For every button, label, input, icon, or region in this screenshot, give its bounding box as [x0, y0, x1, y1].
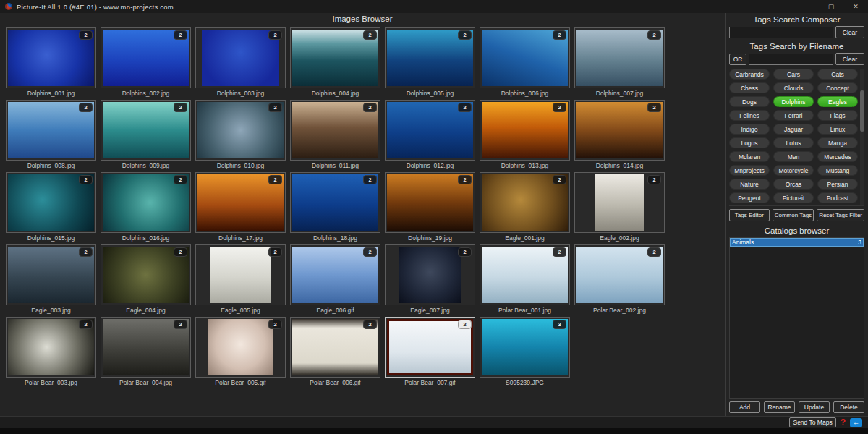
image-tile[interactable]: 2Polar Bear_001.jpg: [480, 244, 570, 314]
delete-catalog-button[interactable]: Delete: [833, 401, 864, 413]
count-badge: 3: [553, 320, 566, 329]
count-badge: 2: [553, 247, 566, 257]
image-tile[interactable]: 2Dolphins_004.jpg: [290, 27, 380, 97]
image-tile[interactable]: 2Polar Bear_006.gif: [290, 317, 380, 386]
image-filename: Eagle_006.gif: [290, 307, 380, 314]
maximize-button[interactable]: ▢: [819, 0, 843, 13]
tag-pill[interactable]: Mustang: [817, 165, 858, 176]
image-tile[interactable]: 2Dolphins_17.jpg: [195, 172, 286, 242]
image-tile[interactable]: 2Dolphins_015.jpg: [6, 172, 96, 242]
image-tile[interactable]: 2Dolphins_014.jpg: [574, 100, 665, 169]
tag-pill[interactable]: Ferrari: [773, 110, 814, 121]
image-tile[interactable]: 2Polar Bear_005.gif: [195, 317, 286, 386]
count-badge: 2: [363, 175, 377, 184]
image-tile[interactable]: 2Dolphins_013.jpg: [480, 100, 570, 169]
image-tile[interactable]: 2Dolphins_011.jpg: [290, 100, 380, 169]
image-tile[interactable]: 2Polar Bear_004.jpg: [101, 317, 191, 386]
thumbnail-frame: 2: [290, 27, 380, 88]
image-tile[interactable]: 2Dolphins_005.jpg: [385, 27, 475, 97]
image-tile[interactable]: 2Dolphins_010.jpg: [195, 100, 286, 169]
image-tile[interactable]: 2Dolphins_012.jpg: [385, 100, 475, 169]
images-browser-panel: Images Browser 2Dolphins_001.jpg2Dolphin…: [0, 13, 725, 416]
close-button[interactable]: ✕: [843, 0, 868, 13]
image-tile[interactable]: 2Polar Bear_003.jpg: [6, 317, 96, 386]
image-tile[interactable]: 2Dolphins_008.jpg: [6, 100, 96, 169]
tag-pill[interactable]: Linux: [817, 124, 858, 135]
image-tile[interactable]: 2Polar Bear_007.gif: [385, 317, 475, 386]
tag-pill[interactable]: Mnprojects: [729, 165, 770, 176]
tag-pill[interactable]: Dogs: [729, 96, 770, 107]
reset-tags-filter-button[interactable]: Reset Tags Filter: [817, 209, 864, 221]
tag-pill[interactable]: Carbrands: [729, 69, 770, 80]
tag-pill[interactable]: Orcas: [773, 179, 814, 190]
thumbnail-frame: 2: [574, 244, 665, 305]
image-tile[interactable]: 2Dolphins_19.jpg: [385, 172, 475, 242]
help-icon[interactable]: ?: [841, 418, 846, 427]
image-tile[interactable]: 2Dolphins_007.jpg: [574, 27, 665, 97]
tag-pill[interactable]: Jaguar: [773, 124, 814, 135]
tag-pill[interactable]: Manga: [817, 137, 858, 148]
image-tile[interactable]: 2Dolphins_016.jpg: [101, 172, 191, 242]
tags-scrollbar[interactable]: [860, 69, 864, 205]
count-badge: 2: [79, 320, 93, 329]
count-badge: 2: [174, 320, 187, 329]
filename-clear-button[interactable]: Clear: [835, 53, 864, 65]
image-tile[interactable]: 2Eagle_001.jpg: [480, 172, 570, 242]
send-to-maps-button[interactable]: Send To Maps: [789, 417, 835, 427]
tag-pill[interactable]: Motorcycle: [773, 165, 814, 176]
tag-pill[interactable]: Logos: [729, 137, 770, 148]
image-tile[interactable]: 2Eagle_007.jpg: [385, 244, 475, 314]
tag-pill[interactable]: Mercedes: [817, 151, 858, 162]
image-filename: Dolphins_013.jpg: [480, 162, 570, 169]
image-tile[interactable]: 2Eagle_003.jpg: [6, 244, 96, 314]
image-tile[interactable]: 2Eagle_005.jpg: [195, 244, 286, 314]
tag-pill[interactable]: Cars: [773, 69, 814, 80]
tag-pill[interactable]: Persian: [817, 179, 858, 190]
image-filename: Dolphins_001.jpg: [6, 90, 96, 97]
tags-search-composer-input[interactable]: [729, 27, 833, 38]
tag-pill[interactable]: Indigo: [729, 124, 770, 135]
image-tile[interactable]: 3S095239.JPG: [480, 317, 570, 386]
catalog-item[interactable]: Animals3: [730, 238, 864, 247]
tag-pill[interactable]: Lotus: [773, 137, 814, 148]
tag-pill[interactable]: Peugeot: [729, 192, 770, 203]
image-tile[interactable]: 2Dolphins_003.jpg: [195, 27, 286, 97]
image-tile[interactable]: 2Eagle_004.jpg: [101, 244, 191, 314]
rename-catalog-button[interactable]: Rename: [764, 401, 795, 413]
image-tile[interactable]: 2Dolphins_001.jpg: [6, 27, 96, 97]
tag-pill[interactable]: Mclaren: [729, 151, 770, 162]
update-catalog-button[interactable]: Update: [799, 401, 830, 413]
tag-pill[interactable]: Chess: [729, 82, 770, 93]
or-toggle-button[interactable]: OR: [729, 54, 746, 65]
image-filename: Polar Bear_003.jpg: [6, 379, 96, 386]
image-tile[interactable]: 2Dolphins_009.jpg: [101, 100, 191, 169]
tag-pill[interactable]: Clouds: [773, 82, 814, 93]
tag-pill[interactable]: Dolphins: [773, 96, 814, 107]
tag-pill[interactable]: Cats: [817, 69, 858, 80]
tag-pill[interactable]: Concept: [817, 82, 858, 93]
composer-clear-button[interactable]: Clear: [835, 26, 864, 38]
tag-pill[interactable]: Eagles: [817, 96, 858, 107]
image-tile[interactable]: 2Eagle_002.jpg: [574, 172, 665, 242]
tag-pill[interactable]: Podcast: [817, 192, 858, 203]
back-arrow-icon[interactable]: ←: [850, 418, 862, 427]
tag-pill[interactable]: Men: [773, 151, 814, 162]
tags-editor-button[interactable]: Tags Editor: [729, 209, 770, 221]
image-tile[interactable]: 2Eagle_006.gif: [290, 244, 380, 314]
add-catalog-button[interactable]: Add: [729, 401, 760, 413]
common-tags-button[interactable]: Common Tags: [773, 209, 814, 221]
image-tile[interactable]: 2Polar Bear_002.jpg: [574, 244, 665, 314]
image-filename: Polar Bear_007.gif: [385, 379, 475, 386]
image-tile[interactable]: 2Dolphins_18.jpg: [290, 172, 380, 242]
tag-pill[interactable]: Felines: [729, 110, 770, 121]
tags-scrollbar-thumb[interactable]: [860, 90, 864, 132]
image-tile[interactable]: 2Dolphins_002.jpg: [101, 27, 191, 97]
filename-search-input[interactable]: [749, 54, 833, 65]
minimize-button[interactable]: –: [794, 0, 819, 13]
thumbnail-frame: 2: [290, 317, 380, 378]
count-badge: 2: [647, 30, 661, 40]
image-tile[interactable]: 2Dolphins_006.jpg: [480, 27, 570, 97]
tag-pill[interactable]: Nature: [729, 179, 770, 190]
tag-pill[interactable]: Flags: [817, 110, 858, 121]
tag-pill[interactable]: Pictureit: [773, 192, 814, 203]
